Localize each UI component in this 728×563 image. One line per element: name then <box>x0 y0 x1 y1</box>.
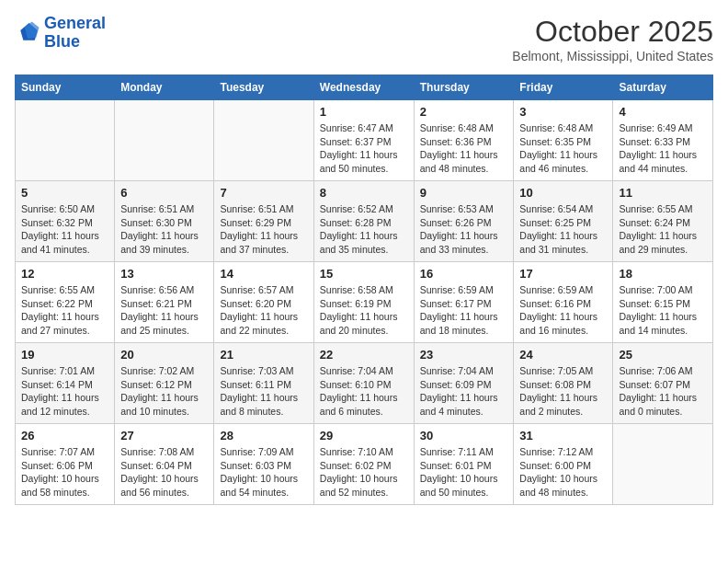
calendar-cell <box>16 100 115 181</box>
calendar-cell: 24Sunrise: 7:05 AM Sunset: 6:08 PM Dayli… <box>514 343 613 424</box>
calendar-cell: 19Sunrise: 7:01 AM Sunset: 6:14 PM Dayli… <box>16 343 115 424</box>
day-number: 23 <box>420 348 508 362</box>
calendar-cell: 26Sunrise: 7:07 AM Sunset: 6:06 PM Dayli… <box>16 424 115 505</box>
weekday-header-friday: Friday <box>514 75 613 100</box>
calendar-cell: 6Sunrise: 6:51 AM Sunset: 6:30 PM Daylig… <box>115 181 214 262</box>
day-info: Sunrise: 7:11 AM Sunset: 6:01 PM Dayligh… <box>420 445 508 500</box>
day-info: Sunrise: 7:02 AM Sunset: 6:12 PM Dayligh… <box>120 364 208 419</box>
day-number: 26 <box>21 429 108 442</box>
calendar-cell: 2Sunrise: 6:48 AM Sunset: 6:36 PM Daylig… <box>414 100 514 181</box>
day-number: 7 <box>220 186 307 200</box>
calendar-cell: 4Sunrise: 6:49 AM Sunset: 6:33 PM Daylig… <box>613 100 713 181</box>
calendar-week-row: 1Sunrise: 6:47 AM Sunset: 6:37 PM Daylig… <box>16 100 713 181</box>
day-number: 2 <box>420 105 508 119</box>
day-info: Sunrise: 7:10 AM Sunset: 6:02 PM Dayligh… <box>320 445 408 500</box>
day-number: 15 <box>320 267 408 281</box>
calendar-cell: 15Sunrise: 6:58 AM Sunset: 6:19 PM Dayli… <box>313 262 414 343</box>
calendar-cell: 5Sunrise: 6:50 AM Sunset: 6:32 PM Daylig… <box>16 181 115 262</box>
calendar-cell: 16Sunrise: 6:59 AM Sunset: 6:17 PM Dayli… <box>414 262 514 343</box>
day-info: Sunrise: 7:09 AM Sunset: 6:03 PM Dayligh… <box>220 445 307 500</box>
weekday-header-row: SundayMondayTuesdayWednesdayThursdayFrid… <box>16 75 713 100</box>
day-number: 21 <box>220 348 307 362</box>
day-number: 4 <box>619 105 707 119</box>
day-number: 20 <box>120 348 208 362</box>
calendar-cell: 22Sunrise: 7:04 AM Sunset: 6:10 PM Dayli… <box>313 343 414 424</box>
day-number: 5 <box>21 186 108 200</box>
calendar-cell: 3Sunrise: 6:48 AM Sunset: 6:35 PM Daylig… <box>514 100 613 181</box>
logo-icon <box>15 20 40 46</box>
calendar-cell: 23Sunrise: 7:04 AM Sunset: 6:09 PM Dayli… <box>414 343 514 424</box>
calendar-week-row: 12Sunrise: 6:55 AM Sunset: 6:22 PM Dayli… <box>16 262 713 343</box>
day-info: Sunrise: 7:01 AM Sunset: 6:14 PM Dayligh… <box>21 364 108 419</box>
calendar-cell: 9Sunrise: 6:53 AM Sunset: 6:26 PM Daylig… <box>414 181 514 262</box>
calendar-cell: 11Sunrise: 6:55 AM Sunset: 6:24 PM Dayli… <box>613 181 713 262</box>
day-number: 25 <box>619 348 707 362</box>
day-info: Sunrise: 7:03 AM Sunset: 6:11 PM Dayligh… <box>220 364 307 419</box>
day-number: 3 <box>519 105 607 119</box>
day-number: 28 <box>220 429 307 442</box>
day-info: Sunrise: 6:50 AM Sunset: 6:32 PM Dayligh… <box>21 202 108 257</box>
month-title: October 2025 <box>512 15 713 49</box>
day-info: Sunrise: 6:55 AM Sunset: 6:22 PM Dayligh… <box>21 283 108 338</box>
calendar-cell: 1Sunrise: 6:47 AM Sunset: 6:37 PM Daylig… <box>313 100 414 181</box>
day-number: 18 <box>619 267 707 281</box>
calendar-cell: 25Sunrise: 7:06 AM Sunset: 6:07 PM Dayli… <box>613 343 713 424</box>
day-info: Sunrise: 6:52 AM Sunset: 6:28 PM Dayligh… <box>320 202 408 257</box>
calendar-cell: 17Sunrise: 6:59 AM Sunset: 6:16 PM Dayli… <box>514 262 613 343</box>
day-info: Sunrise: 6:56 AM Sunset: 6:21 PM Dayligh… <box>120 283 208 338</box>
weekday-header-tuesday: Tuesday <box>214 75 313 100</box>
calendar-week-row: 26Sunrise: 7:07 AM Sunset: 6:06 PM Dayli… <box>16 424 713 505</box>
weekday-header-saturday: Saturday <box>613 75 713 100</box>
calendar-cell <box>115 100 214 181</box>
calendar-cell: 10Sunrise: 6:54 AM Sunset: 6:25 PM Dayli… <box>514 181 613 262</box>
calendar-cell: 29Sunrise: 7:10 AM Sunset: 6:02 PM Dayli… <box>313 424 414 505</box>
day-number: 9 <box>420 186 508 200</box>
calendar-cell: 7Sunrise: 6:51 AM Sunset: 6:29 PM Daylig… <box>214 181 313 262</box>
day-info: Sunrise: 6:51 AM Sunset: 6:29 PM Dayligh… <box>220 202 307 257</box>
calendar-cell: 27Sunrise: 7:08 AM Sunset: 6:04 PM Dayli… <box>115 424 214 505</box>
day-info: Sunrise: 7:00 AM Sunset: 6:15 PM Dayligh… <box>619 283 707 338</box>
calendar-cell: 21Sunrise: 7:03 AM Sunset: 6:11 PM Dayli… <box>214 343 313 424</box>
day-info: Sunrise: 6:53 AM Sunset: 6:26 PM Dayligh… <box>420 202 508 257</box>
day-number: 14 <box>220 267 307 281</box>
day-number: 1 <box>320 105 408 119</box>
calendar-cell: 14Sunrise: 6:57 AM Sunset: 6:20 PM Dayli… <box>214 262 313 343</box>
day-info: Sunrise: 6:58 AM Sunset: 6:19 PM Dayligh… <box>320 283 408 338</box>
day-info: Sunrise: 7:05 AM Sunset: 6:08 PM Dayligh… <box>519 364 607 419</box>
day-info: Sunrise: 6:57 AM Sunset: 6:20 PM Dayligh… <box>220 283 307 338</box>
day-number: 8 <box>320 186 408 200</box>
calendar-cell: 30Sunrise: 7:11 AM Sunset: 6:01 PM Dayli… <box>414 424 514 505</box>
calendar-cell <box>214 100 313 181</box>
day-number: 17 <box>519 267 607 281</box>
weekday-header-wednesday: Wednesday <box>313 75 414 100</box>
day-number: 10 <box>519 186 607 200</box>
weekday-header-monday: Monday <box>115 75 214 100</box>
title-block: October 2025 Belmont, Mississippi, Unite… <box>512 15 713 63</box>
day-info: Sunrise: 7:04 AM Sunset: 6:10 PM Dayligh… <box>320 364 408 419</box>
calendar-cell: 8Sunrise: 6:52 AM Sunset: 6:28 PM Daylig… <box>313 181 414 262</box>
calendar-table: SundayMondayTuesdayWednesdayThursdayFrid… <box>15 75 713 505</box>
day-info: Sunrise: 6:59 AM Sunset: 6:17 PM Dayligh… <box>420 283 508 338</box>
day-number: 27 <box>120 429 208 442</box>
day-number: 16 <box>420 267 508 281</box>
day-info: Sunrise: 6:48 AM Sunset: 6:35 PM Dayligh… <box>519 121 607 176</box>
calendar-week-row: 5Sunrise: 6:50 AM Sunset: 6:32 PM Daylig… <box>16 181 713 262</box>
day-info: Sunrise: 7:06 AM Sunset: 6:07 PM Dayligh… <box>619 364 707 419</box>
day-number: 30 <box>420 429 508 442</box>
calendar-cell: 28Sunrise: 7:09 AM Sunset: 6:03 PM Dayli… <box>214 424 313 505</box>
weekday-header-sunday: Sunday <box>16 75 115 100</box>
day-number: 31 <box>519 429 607 442</box>
day-number: 29 <box>320 429 408 442</box>
logo-text: General Blue <box>44 15 106 52</box>
day-info: Sunrise: 7:07 AM Sunset: 6:06 PM Dayligh… <box>21 445 108 500</box>
day-info: Sunrise: 6:59 AM Sunset: 6:16 PM Dayligh… <box>519 283 607 338</box>
day-number: 12 <box>21 267 108 281</box>
day-number: 19 <box>21 348 108 362</box>
day-info: Sunrise: 6:48 AM Sunset: 6:36 PM Dayligh… <box>420 121 508 176</box>
day-info: Sunrise: 6:51 AM Sunset: 6:30 PM Dayligh… <box>120 202 208 257</box>
day-number: 13 <box>120 267 208 281</box>
day-number: 22 <box>320 348 408 362</box>
day-info: Sunrise: 6:55 AM Sunset: 6:24 PM Dayligh… <box>619 202 707 257</box>
day-info: Sunrise: 6:49 AM Sunset: 6:33 PM Dayligh… <box>619 121 707 176</box>
day-info: Sunrise: 7:04 AM Sunset: 6:09 PM Dayligh… <box>420 364 508 419</box>
